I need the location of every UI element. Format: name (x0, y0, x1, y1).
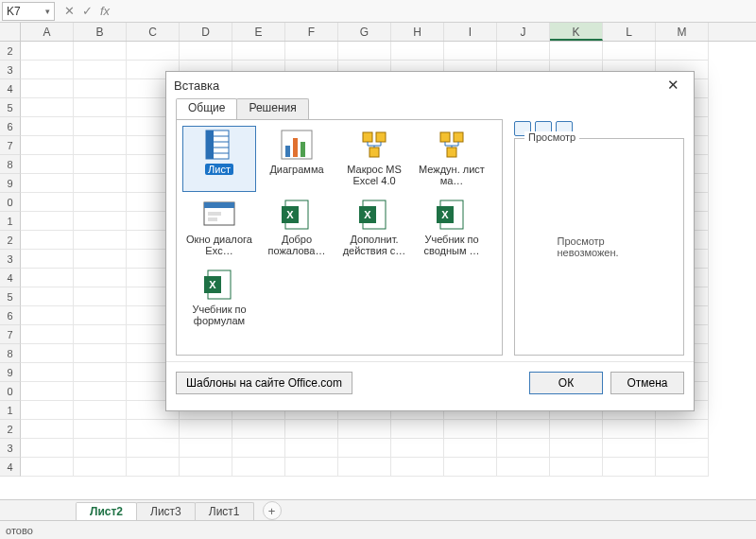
template-item[interactable]: Лист (182, 126, 256, 192)
cell[interactable] (232, 458, 285, 477)
add-sheet-button[interactable]: + (263, 501, 282, 520)
cell[interactable] (74, 155, 127, 174)
column-header-D[interactable]: D (180, 23, 232, 41)
row-header[interactable]: 0 (0, 193, 21, 212)
cell[interactable] (74, 458, 127, 477)
cell[interactable] (21, 458, 74, 477)
cell[interactable] (21, 136, 74, 155)
cell[interactable] (74, 269, 127, 287)
cell[interactable] (232, 42, 285, 61)
cell[interactable] (74, 306, 127, 325)
select-all-cell[interactable] (0, 23, 21, 41)
cell[interactable] (603, 458, 656, 477)
cell[interactable] (74, 231, 127, 250)
cell[interactable] (127, 439, 180, 458)
column-header-I[interactable]: I (444, 23, 497, 41)
cell[interactable] (74, 363, 127, 382)
template-item[interactable]: Диаграмма (260, 126, 334, 192)
cell[interactable] (444, 458, 497, 477)
column-header-M[interactable]: M (656, 23, 709, 41)
row-header[interactable]: 4 (0, 79, 21, 98)
office-templates-button[interactable]: Шаблоны на сайте Office.com (176, 372, 352, 394)
template-item[interactable]: XУчебник по сводным … (415, 196, 489, 262)
cell[interactable] (21, 306, 74, 325)
cell[interactable] (656, 420, 709, 439)
cell[interactable] (444, 42, 497, 61)
sheet-tab[interactable]: Лист3 (136, 502, 196, 520)
cell[interactable] (285, 439, 338, 458)
row-header[interactable]: 5 (0, 98, 21, 117)
row-header[interactable]: 1 (0, 401, 21, 420)
cell[interactable] (497, 458, 550, 477)
cell[interactable] (550, 439, 603, 458)
column-header-L[interactable]: L (603, 23, 656, 41)
cell[interactable] (21, 61, 74, 79)
column-header-H[interactable]: H (391, 23, 444, 41)
row-header[interactable]: 8 (0, 155, 21, 174)
cell[interactable] (232, 439, 285, 458)
cell[interactable] (21, 212, 74, 231)
template-item[interactable]: Окно диалога Exc… (182, 196, 256, 262)
cell[interactable] (180, 420, 232, 439)
cell[interactable] (74, 212, 127, 231)
cell[interactable] (444, 420, 497, 439)
cell[interactable] (603, 439, 656, 458)
cell[interactable] (21, 401, 74, 420)
cell[interactable] (74, 325, 127, 344)
cell[interactable] (497, 439, 550, 458)
cell[interactable] (21, 155, 74, 174)
cell[interactable] (74, 117, 127, 136)
row-header[interactable]: 3 (0, 250, 21, 269)
row-header[interactable]: 4 (0, 269, 21, 287)
close-icon[interactable]: ✕ (660, 75, 686, 96)
chevron-down-icon[interactable]: ▾ (45, 7, 50, 16)
cell[interactable] (338, 439, 391, 458)
cell[interactable] (21, 420, 74, 439)
cell[interactable] (338, 420, 391, 439)
cell[interactable] (656, 439, 709, 458)
cell[interactable] (74, 287, 127, 306)
cell[interactable] (21, 250, 74, 269)
cell[interactable] (74, 344, 127, 363)
cell[interactable] (127, 42, 180, 61)
cell[interactable] (127, 458, 180, 477)
cell[interactable] (550, 420, 603, 439)
cell[interactable] (74, 42, 127, 61)
row-header[interactable]: 1 (0, 212, 21, 231)
row-header[interactable]: 3 (0, 61, 21, 79)
cell[interactable] (74, 382, 127, 401)
cell[interactable] (21, 231, 74, 250)
column-header-F[interactable]: F (285, 23, 338, 41)
cell[interactable] (21, 79, 74, 98)
template-item[interactable]: XДополнит. действия с… (337, 196, 411, 262)
cell[interactable] (656, 458, 709, 477)
name-box[interactable]: K7 ▾ (2, 2, 55, 21)
cell[interactable] (232, 420, 285, 439)
cell[interactable] (21, 439, 74, 458)
cancel-button[interactable]: Отмена (610, 372, 684, 394)
cell[interactable] (180, 42, 232, 61)
row-header[interactable]: 9 (0, 174, 21, 193)
column-header-K[interactable]: K (550, 23, 603, 41)
row-header[interactable]: 8 (0, 344, 21, 363)
cell[interactable] (21, 42, 74, 61)
cell[interactable] (21, 363, 74, 382)
row-header[interactable]: 2 (0, 42, 21, 61)
row-header[interactable]: 9 (0, 363, 21, 382)
cell[interactable] (21, 382, 74, 401)
cell[interactable] (338, 42, 391, 61)
cell[interactable] (74, 401, 127, 420)
cell[interactable] (127, 420, 180, 439)
sheet-tab[interactable]: Лист1 (195, 502, 254, 520)
column-header-C[interactable]: C (127, 23, 180, 41)
cell[interactable] (74, 79, 127, 98)
cell[interactable] (21, 117, 74, 136)
sheet-tab[interactable]: Лист2 (76, 502, 137, 521)
cell[interactable] (180, 439, 232, 458)
cancel-formula-icon[interactable]: ✕ (64, 4, 75, 18)
cell[interactable] (21, 98, 74, 117)
cell[interactable] (656, 42, 709, 61)
column-header-B[interactable]: B (74, 23, 127, 41)
ok-button[interactable]: ОК (529, 372, 603, 394)
cell[interactable] (74, 439, 127, 458)
